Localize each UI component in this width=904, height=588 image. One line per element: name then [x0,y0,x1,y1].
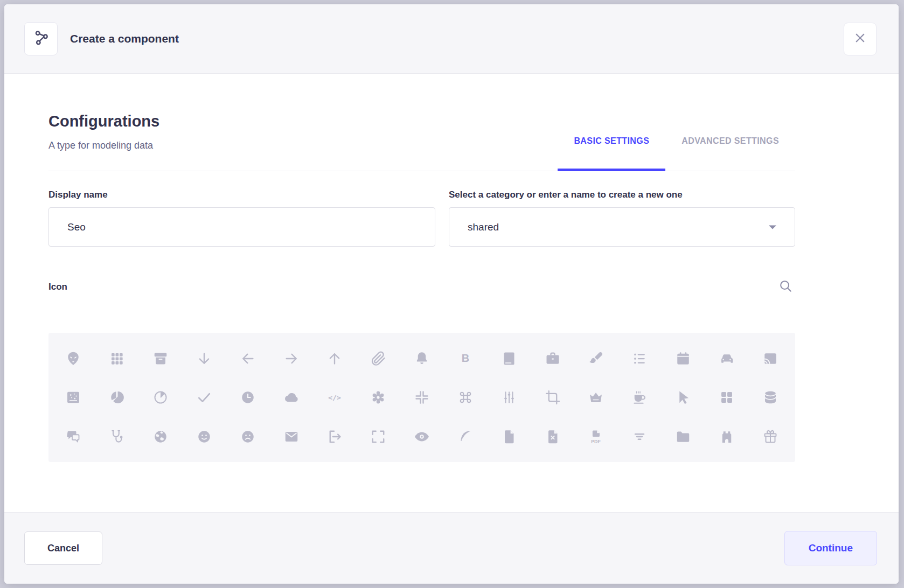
clock-icon[interactable] [226,380,269,415]
icon-label: Icon [48,282,67,292]
icon-search-button[interactable] [776,277,795,297]
close-icon [853,31,867,47]
category-field: Select a category or enter a name to cre… [449,190,795,247]
collapse-icon[interactable] [400,380,444,415]
eye-icon[interactable] [400,419,444,454]
category-select-value: shared [468,221,499,233]
cancel-button[interactable]: Cancel [24,531,102,565]
brush-icon[interactable] [574,341,618,376]
icon-section-header: Icon [48,277,795,297]
category-select[interactable]: shared [449,207,795,247]
gate-icon[interactable] [705,419,748,454]
calendar-icon[interactable] [662,341,705,376]
arrow-down-icon[interactable] [182,341,226,376]
book-icon[interactable] [487,341,531,376]
earth-icon[interactable] [139,419,183,454]
file-error-icon[interactable] [531,419,574,454]
bold-icon[interactable]: B [443,341,487,376]
cup-icon[interactable] [618,380,662,415]
crop-icon[interactable] [531,380,574,415]
bullet-list-icon[interactable] [618,341,662,376]
file-icon[interactable] [487,419,531,454]
apps-icon[interactable] [95,341,139,376]
component-icon-box [24,22,58,55]
continue-button[interactable]: Continue [784,531,877,565]
doctor-icon[interactable] [95,419,139,454]
car-icon[interactable] [705,341,748,376]
alien-icon[interactable] [52,341,95,376]
attachment-icon[interactable] [357,341,400,376]
search-icon [778,279,793,295]
modal-body: Configurations A type for modeling data … [4,74,899,512]
modal-header: Create a component [4,4,899,74]
chart-pie-icon[interactable] [139,380,183,415]
expand-icon[interactable] [357,419,400,454]
display-name-field: Display name [48,190,435,247]
modal-footer: Cancel Continue [4,512,899,584]
dashboard-icon[interactable] [705,380,748,415]
tab-basic-settings[interactable]: BASIC SETTINGS [558,136,665,171]
category-label: Select a category or enter a name to cre… [449,190,795,200]
arrow-left-icon[interactable] [226,341,269,376]
close-button[interactable] [844,23,877,55]
cursor-icon[interactable] [662,380,705,415]
chart-circle-icon[interactable] [95,380,139,415]
archive-icon[interactable] [139,341,183,376]
file-pdf-icon[interactable]: PDF [574,419,618,454]
exit-icon[interactable] [313,419,357,454]
create-component-modal: Create a component Configurations A type… [4,4,899,584]
cloud-icon[interactable] [269,380,313,415]
svg-text:PDF: PDF [592,438,601,444]
feather-icon[interactable] [443,419,487,454]
chart-bubble-icon[interactable] [52,380,95,415]
code-icon[interactable]: </> [313,380,357,415]
display-name-label: Display name [48,190,435,200]
tab-advanced-settings[interactable]: ADVANCED SETTINGS [665,136,795,171]
icon-grid-row: PDF [52,419,792,454]
envelop-icon[interactable] [269,419,313,454]
bell-icon[interactable] [400,341,444,376]
cog-icon[interactable] [357,380,400,415]
folder-icon[interactable] [662,419,705,454]
emotion-unhappy-icon[interactable] [226,419,269,454]
arrow-up-icon[interactable] [313,341,357,376]
modal-title: Create a component [70,32,179,45]
icon-grid-row: B [52,341,792,376]
page-subtitle: A type for modeling data [48,140,153,151]
cast-icon[interactable] [748,341,792,376]
svg-text:B: B [462,352,469,364]
discuss-icon[interactable] [52,419,95,454]
icon-grid: B</>PDF [48,333,795,462]
connector-icon[interactable] [487,380,531,415]
gift-icon[interactable] [748,419,792,454]
emotion-happy-icon[interactable] [182,419,226,454]
filter-icon[interactable] [618,419,662,454]
briefcase-icon[interactable] [531,341,574,376]
chevron-down-icon [768,221,777,233]
settings-tabs: BASIC SETTINGS ADVANCED SETTINGS [558,74,795,171]
arrow-right-icon[interactable] [269,341,313,376]
database-icon[interactable] [748,380,792,415]
command-icon[interactable] [443,380,487,415]
check-icon[interactable] [182,380,226,415]
svg-text:</>: </> [329,394,342,402]
component-icon [32,29,50,48]
headline-row: Configurations A type for modeling data … [48,74,795,171]
display-name-input[interactable] [48,207,435,247]
icon-grid-row: </> [52,380,792,415]
overlay-backdrop: Create a component Configurations A type… [0,0,904,588]
crown-icon[interactable] [574,380,618,415]
page-title: Configurations [48,112,159,130]
